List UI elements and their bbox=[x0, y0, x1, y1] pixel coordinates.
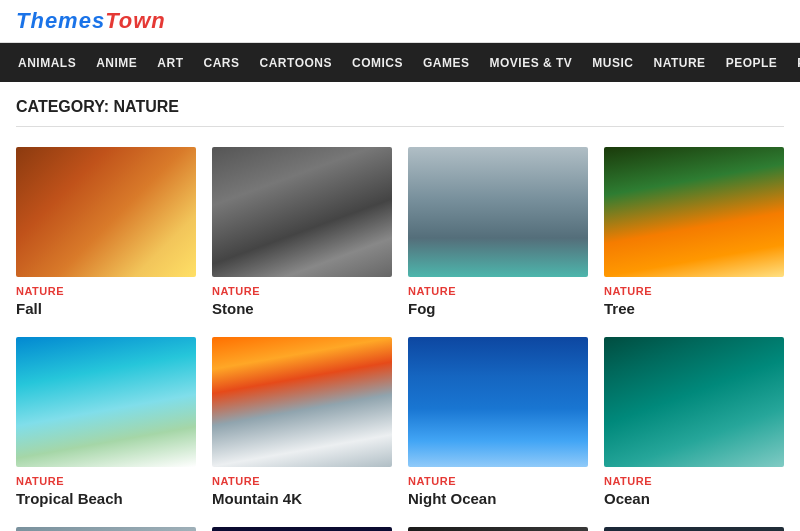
card-thumb-stone bbox=[212, 147, 392, 277]
card-ocean[interactable]: NATURE Ocean bbox=[604, 337, 784, 507]
card-tree[interactable]: NATURE Tree bbox=[604, 147, 784, 317]
card-title-night-ocean: Night Ocean bbox=[408, 490, 588, 507]
card-thumb-tropical-beach bbox=[16, 337, 196, 467]
nav-item-games[interactable]: GAMES bbox=[413, 46, 480, 80]
nav-item-comics[interactable]: COMICS bbox=[342, 46, 413, 80]
logo-accent: Town bbox=[105, 8, 166, 33]
card-category-tropical-beach: NATURE bbox=[16, 475, 196, 487]
page-title: CATEGORY: NATURE bbox=[16, 98, 784, 127]
logo-text: Themes bbox=[16, 8, 105, 33]
card-thumb-ocean bbox=[604, 337, 784, 467]
card-stone[interactable]: NATURE Stone bbox=[212, 147, 392, 317]
card-thumb-tree bbox=[604, 147, 784, 277]
card-category-night-ocean: NATURE bbox=[408, 475, 588, 487]
nav-item-art[interactable]: ART bbox=[147, 46, 193, 80]
card-title-ocean: Ocean bbox=[604, 490, 784, 507]
card-thumb-night-sky bbox=[212, 527, 392, 531]
nav-item-animals[interactable]: ANIMALS bbox=[8, 46, 86, 80]
card-category-stone: NATURE bbox=[212, 285, 392, 297]
card-thumb-dark-forest bbox=[604, 527, 784, 531]
nav-item-music[interactable]: MUSIC bbox=[582, 46, 643, 80]
page-content: CATEGORY: NATURE NATURE Fall NATURE Ston… bbox=[0, 82, 800, 531]
card-category-tree: NATURE bbox=[604, 285, 784, 297]
card-category-fog: NATURE bbox=[408, 285, 588, 297]
card-thumb-fog bbox=[408, 147, 588, 277]
nav-item-cartoons[interactable]: CARTOONS bbox=[250, 46, 342, 80]
card-grid-row1: NATURE Fall NATURE Stone NATURE Fog NATU… bbox=[16, 147, 784, 317]
card-grid-row2: NATURE Tropical Beach NATURE Mountain 4K… bbox=[16, 337, 784, 507]
card-mountain-4k[interactable]: NATURE Mountain 4K bbox=[212, 337, 392, 507]
main-nav: ANIMALS ANIME ART CARS CARTOONS COMICS G… bbox=[0, 43, 800, 82]
card-thumb-winter bbox=[16, 527, 196, 531]
card-category-ocean: NATURE bbox=[604, 475, 784, 487]
card-winter[interactable]: NATURE Winter bbox=[16, 527, 196, 531]
card-title-tropical-beach: Tropical Beach bbox=[16, 490, 196, 507]
card-category-mountain-4k: NATURE bbox=[212, 475, 392, 487]
card-title-fog: Fog bbox=[408, 300, 588, 317]
nav-item-places[interactable]: PLACES bbox=[787, 46, 800, 80]
card-title-mountain-4k: Mountain 4K bbox=[212, 490, 392, 507]
card-fog[interactable]: NATURE Fog bbox=[408, 147, 588, 317]
site-logo[interactable]: ThemesTown bbox=[16, 8, 166, 34]
card-tropical-beach[interactable]: NATURE Tropical Beach bbox=[16, 337, 196, 507]
card-night-ocean[interactable]: NATURE Night Ocean bbox=[408, 337, 588, 507]
nav-item-movies-tv[interactable]: MOVIES & TV bbox=[480, 46, 583, 80]
card-thumb-fall bbox=[16, 147, 196, 277]
card-thumb-mountain-4k bbox=[212, 337, 392, 467]
card-title-fall: Fall bbox=[16, 300, 196, 317]
card-grid-row3: NATURE Winter NATURE Night Sky NATURE Wa… bbox=[16, 527, 784, 531]
card-title-tree: Tree bbox=[604, 300, 784, 317]
nav-item-people[interactable]: PEOPLE bbox=[716, 46, 788, 80]
card-thumb-drops bbox=[408, 527, 588, 531]
card-thumb-night-ocean bbox=[408, 337, 588, 467]
card-night-sky[interactable]: NATURE Night Sky bbox=[212, 527, 392, 531]
nav-item-anime[interactable]: ANIME bbox=[86, 46, 147, 80]
card-dark-forest[interactable]: NATURE Dark Forest bbox=[604, 527, 784, 531]
site-header: ThemesTown bbox=[0, 0, 800, 43]
card-fall[interactable]: NATURE Fall bbox=[16, 147, 196, 317]
card-category-fall: NATURE bbox=[16, 285, 196, 297]
card-title-stone: Stone bbox=[212, 300, 392, 317]
nav-item-cars[interactable]: CARS bbox=[194, 46, 250, 80]
nav-item-nature[interactable]: NATURE bbox=[644, 46, 716, 80]
card-drops[interactable]: NATURE Water Drops bbox=[408, 527, 588, 531]
